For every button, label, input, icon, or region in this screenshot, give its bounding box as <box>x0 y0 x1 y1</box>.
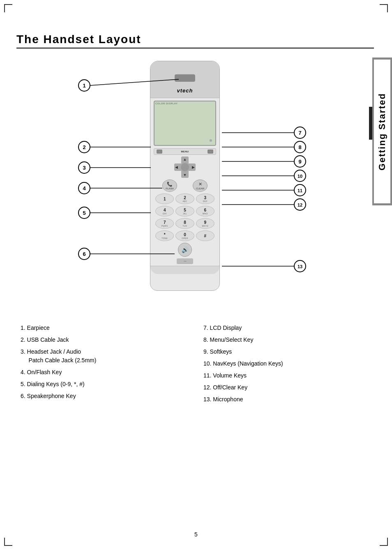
svg-point-18 <box>294 127 306 138</box>
keypad-grid: 1 2ABC 3DEF 4GHI 5JKL 6MNO 7PQRS 8TUV 9W… <box>155 193 214 241</box>
nav-cross-center <box>181 163 189 171</box>
svg-point-9 <box>78 182 90 194</box>
key-6: 6MNO <box>196 206 214 216</box>
key-0: 0OPER <box>175 230 194 241</box>
legend-item-5: 5. Dialing Keys (0-9, *, #) <box>21 380 187 389</box>
svg-text:6: 6 <box>83 251 85 257</box>
legend-item-12: 12. Off/Clear Key <box>203 383 370 392</box>
svg-point-21 <box>294 141 306 153</box>
nav-down-icon: ▼ <box>183 173 187 177</box>
side-tab-inner: Getting Started <box>374 60 390 203</box>
diagram-container: vtech COLOR DISPLAY - MENU - ◀ ▶ <box>51 57 339 311</box>
legend-item-1: 1. Earpiece <box>21 324 187 332</box>
svg-point-12 <box>78 207 90 219</box>
legend-item-13: 13. Microphone <box>203 395 370 404</box>
svg-text:2: 2 <box>83 144 85 150</box>
phone-body: vtech COLOR DISPLAY - MENU - ◀ ▶ <box>150 61 220 291</box>
main-content: The Handset Layout vtech COLOR DISPLAY -… <box>16 33 374 407</box>
svg-point-27 <box>294 170 306 182</box>
legend-item-3: 3. Headset Jack / Audio Patch Cable Jack… <box>21 347 187 365</box>
screen-label: COLOR DISPLAY <box>155 102 178 105</box>
svg-point-33 <box>294 199 306 210</box>
svg-text:10: 10 <box>297 174 302 179</box>
speaker-button: 🔊 <box>178 243 192 257</box>
menu-bar-text: MENU <box>181 150 189 153</box>
clear-key: ✕ CLEAR <box>193 179 208 192</box>
nav-left-icon: ◀ <box>175 165 178 169</box>
key-4: 4GHI <box>155 206 174 216</box>
legend-column-right: 7. LCD Display 8. Menu/Select Key 9. Sof… <box>203 324 370 407</box>
flash-label: FLASH <box>166 187 173 190</box>
mic-area: 〰 <box>177 258 193 264</box>
svg-text:12: 12 <box>297 203 302 207</box>
clear-label: CLEAR <box>196 187 204 190</box>
legend-section: 1. Earpiece 2. USB Cable Jack 3. Headset… <box>16 324 374 407</box>
svg-text:1: 1 <box>83 83 85 89</box>
svg-point-15 <box>78 248 90 260</box>
svg-point-24 <box>294 156 306 167</box>
svg-text:8: 8 <box>298 144 301 150</box>
nav-up-icon: ▲ <box>183 157 187 161</box>
svg-text:3: 3 <box>83 165 85 171</box>
corner-mark-bl <box>4 538 12 546</box>
legend-item-9: 9. Softkeys <box>203 347 370 356</box>
key-9: 9WXYZ <box>196 218 214 229</box>
mic-icon: 〰 <box>184 260 187 263</box>
svg-point-3 <box>78 141 90 153</box>
phone-bottom <box>150 266 219 274</box>
page-number: 5 <box>194 531 198 538</box>
nav-right-icon: ▶ <box>192 165 195 169</box>
earpiece-grille <box>175 74 195 82</box>
side-tab-text: Getting Started <box>377 93 387 170</box>
screen-dot <box>210 139 212 142</box>
key-5: 5JKL <box>175 206 194 216</box>
page-title: The Handset Layout <box>16 33 374 48</box>
svg-point-0 <box>78 80 90 91</box>
svg-text:9: 9 <box>298 159 301 165</box>
nav-cross: ◀ ▶ ▲ ▼ <box>174 156 196 178</box>
legend-item-6: 6. Speakerphone Key <box>21 392 187 400</box>
key-3: 3DEF <box>196 193 214 204</box>
vtech-logo: vtech <box>177 87 193 94</box>
key-8: 8TUV <box>175 218 194 229</box>
svg-text:13: 13 <box>297 264 302 269</box>
menu-bar: - MENU - <box>154 148 216 155</box>
phone-screen: COLOR DISPLAY <box>154 101 216 146</box>
key-hash: # <box>196 230 214 241</box>
phone-top-area: vtech <box>150 61 219 98</box>
svg-point-36 <box>294 260 306 272</box>
svg-point-30 <box>294 184 306 196</box>
legend-item-11: 11. Volume Keys <box>203 371 370 380</box>
key-1: 1 <box>155 193 174 204</box>
legend-item-4: 4. On/Flash Key <box>21 368 187 377</box>
svg-text:4: 4 <box>83 185 86 191</box>
legend-item-10: 10. NavKeys (Navigation Keys) <box>203 359 370 368</box>
menu-bar-right-btn: - <box>208 150 213 154</box>
speaker-icon: 🔊 <box>182 246 189 253</box>
legend-item-2: 2. USB Cable Jack <box>21 336 187 344</box>
legend-item-8: 8. Menu/Select Key <box>203 336 370 344</box>
key-7: 7PQRS <box>155 218 174 229</box>
key-star: *TONE <box>155 230 174 241</box>
svg-text:11: 11 <box>297 188 302 193</box>
svg-text:7: 7 <box>298 130 301 136</box>
side-tab: Getting Started <box>372 58 392 205</box>
corner-mark-br <box>380 538 388 546</box>
legend-item-7: 7. LCD Display <box>203 324 370 332</box>
clear-icon: ✕ <box>198 182 202 187</box>
flash-clear-row: 📞 FLASH ✕ CLEAR <box>154 179 215 192</box>
corner-mark-tr <box>380 4 388 12</box>
legend-column-left: 1. Earpiece 2. USB Cable Jack 3. Headset… <box>21 324 187 407</box>
menu-bar-left-btn: - <box>157 150 162 154</box>
svg-text:5: 5 <box>83 210 85 216</box>
svg-point-6 <box>78 162 90 173</box>
flash-icon: 📞 <box>167 182 173 187</box>
corner-mark-tl <box>4 4 12 12</box>
key-2: 2ABC <box>175 193 194 204</box>
flash-key: 📞 FLASH <box>162 179 177 192</box>
